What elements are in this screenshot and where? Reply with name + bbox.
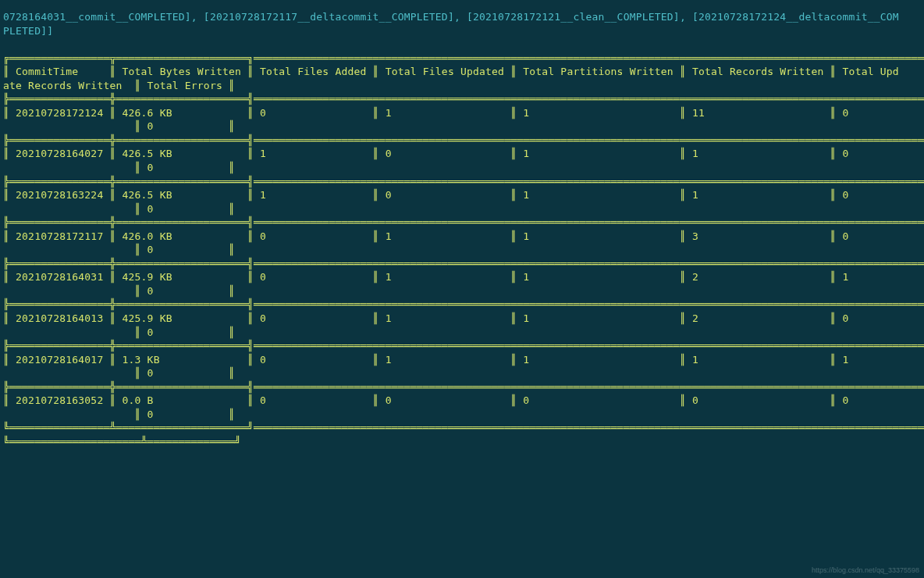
watermark: https://blog.csdn.net/qq_33375598 bbox=[812, 566, 919, 575]
terminal-output: 0728164031__commit__COMPLETED], [2021072… bbox=[0, 10, 924, 449]
